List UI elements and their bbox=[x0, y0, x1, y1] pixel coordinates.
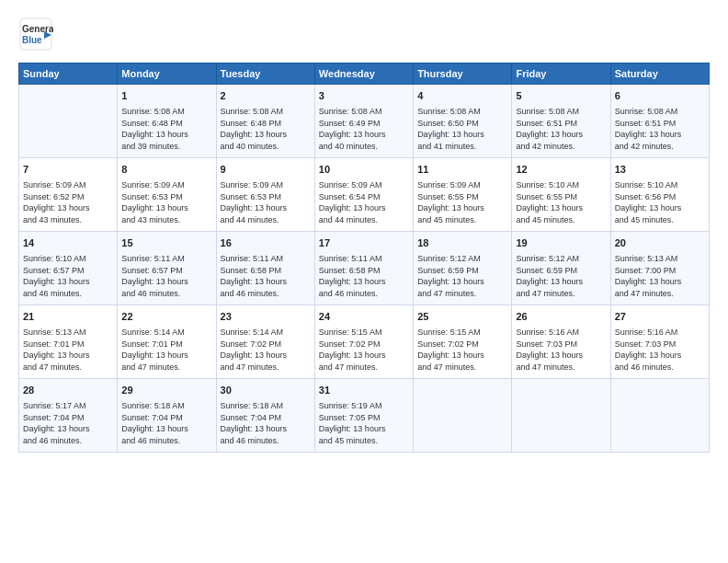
day-info: Sunrise: 5:09 AM Sunset: 6:53 PM Dayligh… bbox=[221, 179, 311, 226]
calendar-cell: 6Sunrise: 5:08 AM Sunset: 6:51 PM Daylig… bbox=[610, 85, 709, 158]
day-info: Sunrise: 5:09 AM Sunset: 6:54 PM Dayligh… bbox=[319, 179, 409, 226]
calendar-cell: 17Sunrise: 5:11 AM Sunset: 6:58 PM Dayli… bbox=[314, 232, 413, 305]
day-info: Sunrise: 5:15 AM Sunset: 7:02 PM Dayligh… bbox=[319, 327, 409, 373]
day-info: Sunrise: 5:11 AM Sunset: 6:58 PM Dayligh… bbox=[221, 253, 311, 300]
calendar-cell: 3Sunrise: 5:08 AM Sunset: 6:49 PM Daylig… bbox=[314, 85, 413, 158]
day-number: 16 bbox=[221, 236, 311, 251]
calendar-table: SundayMondayTuesdayWednesdayThursdayFrid… bbox=[18, 63, 710, 453]
day-number: 15 bbox=[121, 236, 211, 251]
calendar-cell bbox=[610, 379, 709, 453]
header-row: SundayMondayTuesdayWednesdayThursdayFrid… bbox=[19, 63, 710, 85]
day-number: 5 bbox=[516, 89, 606, 104]
day-info: Sunrise: 5:11 AM Sunset: 6:58 PM Dayligh… bbox=[319, 253, 409, 300]
calendar-cell: 29Sunrise: 5:18 AM Sunset: 7:04 PM Dayli… bbox=[118, 379, 216, 453]
calendar-cell: 19Sunrise: 5:12 AM Sunset: 6:59 PM Dayli… bbox=[512, 232, 610, 305]
calendar-cell: 5Sunrise: 5:08 AM Sunset: 6:51 PM Daylig… bbox=[512, 85, 610, 158]
calendar-cell: 31Sunrise: 5:19 AM Sunset: 7:05 PM Dayli… bbox=[314, 379, 413, 453]
week-row-1: 7Sunrise: 5:09 AM Sunset: 6:52 PM Daylig… bbox=[19, 158, 710, 232]
calendar-cell: 2Sunrise: 5:08 AM Sunset: 6:48 PM Daylig… bbox=[216, 85, 314, 158]
day-number: 29 bbox=[121, 384, 211, 398]
day-info: Sunrise: 5:09 AM Sunset: 6:53 PM Dayligh… bbox=[121, 179, 211, 226]
calendar-cell: 7Sunrise: 5:09 AM Sunset: 6:52 PM Daylig… bbox=[19, 158, 118, 232]
day-number: 11 bbox=[417, 163, 507, 178]
day-info: Sunrise: 5:08 AM Sunset: 6:51 PM Dayligh… bbox=[615, 106, 705, 153]
calendar-cell: 10Sunrise: 5:09 AM Sunset: 6:54 PM Dayli… bbox=[314, 158, 413, 232]
calendar-cell: 20Sunrise: 5:13 AM Sunset: 7:00 PM Dayli… bbox=[610, 232, 709, 305]
day-info: Sunrise: 5:11 AM Sunset: 6:57 PM Dayligh… bbox=[121, 253, 211, 300]
logo-icon: General Blue bbox=[18, 17, 53, 55]
day-info: Sunrise: 5:13 AM Sunset: 7:00 PM Dayligh… bbox=[615, 253, 705, 300]
day-info: Sunrise: 5:09 AM Sunset: 6:52 PM Dayligh… bbox=[23, 179, 113, 226]
calendar-cell: 23Sunrise: 5:14 AM Sunset: 7:02 PM Dayli… bbox=[216, 305, 314, 379]
day-header-wednesday: Wednesday bbox=[314, 63, 413, 85]
calendar-cell: 21Sunrise: 5:13 AM Sunset: 7:01 PM Dayli… bbox=[19, 305, 118, 379]
calendar-cell bbox=[414, 379, 512, 453]
calendar-cell bbox=[512, 379, 610, 453]
day-header-friday: Friday bbox=[512, 63, 610, 85]
calendar-cell: 15Sunrise: 5:11 AM Sunset: 6:57 PM Dayli… bbox=[118, 232, 216, 305]
week-row-2: 14Sunrise: 5:10 AM Sunset: 6:57 PM Dayli… bbox=[19, 232, 710, 305]
day-number: 8 bbox=[121, 163, 211, 178]
day-info: Sunrise: 5:08 AM Sunset: 6:48 PM Dayligh… bbox=[221, 106, 311, 153]
svg-text:General: General bbox=[22, 24, 53, 34]
day-info: Sunrise: 5:14 AM Sunset: 7:01 PM Dayligh… bbox=[121, 327, 211, 373]
day-number: 21 bbox=[23, 310, 113, 325]
calendar-page: General Blue SundayMondayTuesdayWednesda… bbox=[0, 0, 728, 563]
calendar-cell: 18Sunrise: 5:12 AM Sunset: 6:59 PM Dayli… bbox=[414, 232, 512, 305]
calendar-cell: 30Sunrise: 5:18 AM Sunset: 7:04 PM Dayli… bbox=[216, 379, 314, 453]
day-info: Sunrise: 5:08 AM Sunset: 6:50 PM Dayligh… bbox=[417, 106, 507, 153]
day-info: Sunrise: 5:10 AM Sunset: 6:56 PM Dayligh… bbox=[615, 179, 705, 226]
day-info: Sunrise: 5:09 AM Sunset: 6:55 PM Dayligh… bbox=[417, 179, 507, 226]
day-info: Sunrise: 5:14 AM Sunset: 7:02 PM Dayligh… bbox=[221, 327, 311, 373]
day-number: 12 bbox=[516, 163, 606, 178]
day-number: 19 bbox=[516, 236, 606, 251]
day-number: 17 bbox=[319, 236, 409, 251]
day-number: 9 bbox=[221, 163, 311, 178]
day-number: 24 bbox=[319, 310, 409, 325]
calendar-cell: 13Sunrise: 5:10 AM Sunset: 6:56 PM Dayli… bbox=[610, 158, 709, 232]
day-number: 20 bbox=[615, 236, 705, 251]
calendar-cell: 26Sunrise: 5:16 AM Sunset: 7:03 PM Dayli… bbox=[512, 305, 610, 379]
calendar-cell: 4Sunrise: 5:08 AM Sunset: 6:50 PM Daylig… bbox=[414, 85, 512, 158]
day-info: Sunrise: 5:08 AM Sunset: 6:49 PM Dayligh… bbox=[319, 106, 409, 153]
day-number: 10 bbox=[319, 163, 409, 178]
day-number: 26 bbox=[516, 310, 606, 325]
day-number: 14 bbox=[23, 236, 113, 251]
day-number: 1 bbox=[121, 89, 211, 104]
day-info: Sunrise: 5:19 AM Sunset: 7:05 PM Dayligh… bbox=[319, 400, 409, 447]
calendar-cell: 1Sunrise: 5:08 AM Sunset: 6:48 PM Daylig… bbox=[118, 85, 216, 158]
calendar-cell: 14Sunrise: 5:10 AM Sunset: 6:57 PM Dayli… bbox=[19, 232, 118, 305]
day-info: Sunrise: 5:16 AM Sunset: 7:03 PM Dayligh… bbox=[615, 327, 705, 373]
calendar-cell: 22Sunrise: 5:14 AM Sunset: 7:01 PM Dayli… bbox=[118, 305, 216, 379]
day-header-tuesday: Tuesday bbox=[216, 63, 314, 85]
day-number: 4 bbox=[417, 89, 507, 104]
day-number: 13 bbox=[615, 163, 705, 178]
day-number: 18 bbox=[417, 236, 507, 251]
calendar-cell: 25Sunrise: 5:15 AM Sunset: 7:02 PM Dayli… bbox=[414, 305, 512, 379]
day-header-monday: Monday bbox=[118, 63, 216, 85]
day-number: 31 bbox=[319, 384, 409, 398]
calendar-cell: 9Sunrise: 5:09 AM Sunset: 6:53 PM Daylig… bbox=[216, 158, 314, 232]
day-number: 25 bbox=[417, 310, 507, 325]
week-row-4: 28Sunrise: 5:17 AM Sunset: 7:04 PM Dayli… bbox=[19, 379, 710, 453]
day-number: 3 bbox=[319, 89, 409, 104]
svg-text:Blue: Blue bbox=[22, 35, 42, 45]
calendar-cell: 12Sunrise: 5:10 AM Sunset: 6:55 PM Dayli… bbox=[512, 158, 610, 232]
day-number: 2 bbox=[221, 89, 311, 104]
calendar-cell: 28Sunrise: 5:17 AM Sunset: 7:04 PM Dayli… bbox=[19, 379, 118, 453]
day-number: 28 bbox=[23, 384, 113, 398]
day-number: 22 bbox=[121, 310, 211, 325]
day-number: 23 bbox=[221, 310, 311, 325]
day-info: Sunrise: 5:16 AM Sunset: 7:03 PM Dayligh… bbox=[516, 327, 606, 373]
day-number: 27 bbox=[615, 310, 705, 325]
day-header-saturday: Saturday bbox=[610, 63, 709, 85]
header: General Blue bbox=[18, 17, 710, 55]
day-info: Sunrise: 5:18 AM Sunset: 7:04 PM Dayligh… bbox=[221, 400, 311, 447]
calendar-cell bbox=[19, 85, 118, 158]
day-info: Sunrise: 5:10 AM Sunset: 6:57 PM Dayligh… bbox=[23, 253, 113, 300]
calendar-cell: 27Sunrise: 5:16 AM Sunset: 7:03 PM Dayli… bbox=[610, 305, 709, 379]
logo: General Blue bbox=[18, 17, 53, 55]
day-info: Sunrise: 5:17 AM Sunset: 7:04 PM Dayligh… bbox=[23, 400, 113, 447]
day-info: Sunrise: 5:13 AM Sunset: 7:01 PM Dayligh… bbox=[23, 327, 113, 373]
day-info: Sunrise: 5:12 AM Sunset: 6:59 PM Dayligh… bbox=[417, 253, 507, 300]
